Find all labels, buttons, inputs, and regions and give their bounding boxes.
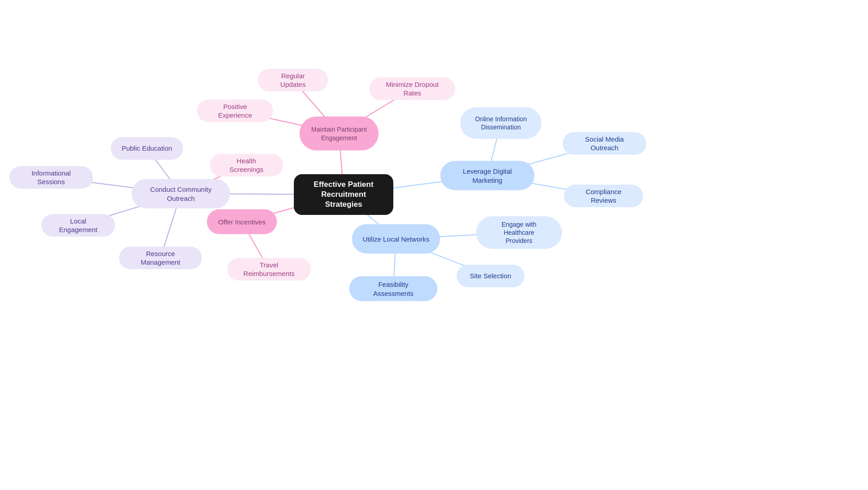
feasibility-assessments[interactable]: Feasibility Assessments (349, 276, 438, 301)
maintain-participant-engagement[interactable]: Maintain Participant Engagement (300, 117, 379, 151)
compliance-reviews[interactable]: Compliance Reviews (564, 185, 643, 207)
conduct-community-outreach[interactable]: Conduct Community Outreach (132, 179, 230, 209)
resource-management[interactable]: Resource Management (119, 247, 202, 269)
online-information-dissemination[interactable]: Online Information Dissemination (460, 107, 542, 139)
local-engagement[interactable]: Local Engagement (42, 214, 115, 237)
offer-incentives[interactable]: Offer Incentives (207, 209, 277, 234)
regular-updates[interactable]: Regular Updates (258, 69, 328, 91)
positive-experience[interactable]: Positive Experience (197, 100, 273, 122)
center-node[interactable]: Effective Patient Recruitment Strategies (294, 174, 393, 215)
leverage-digital-marketing[interactable]: Leverage Digital Marketing (440, 161, 534, 190)
social-media-outreach[interactable]: Social Media Outreach (563, 132, 646, 155)
utilize-local-networks[interactable]: Utilize Local Networks (352, 224, 440, 254)
public-education[interactable]: Public Education (111, 137, 183, 160)
mindmap-container: Effective Patient Recruitment Strategies… (0, 0, 868, 490)
travel-reimbursements[interactable]: Travel Reimbursements (227, 258, 311, 281)
engage-healthcare-providers[interactable]: Engage with Healthcare Providers (476, 216, 562, 249)
minimize-dropout-rates[interactable]: Minimize Dropout Rates (369, 77, 455, 100)
informational-sessions[interactable]: Informational Sessions (9, 166, 93, 189)
health-screenings[interactable]: Health Screenings (210, 154, 283, 176)
site-selection[interactable]: Site Selection (457, 265, 524, 287)
